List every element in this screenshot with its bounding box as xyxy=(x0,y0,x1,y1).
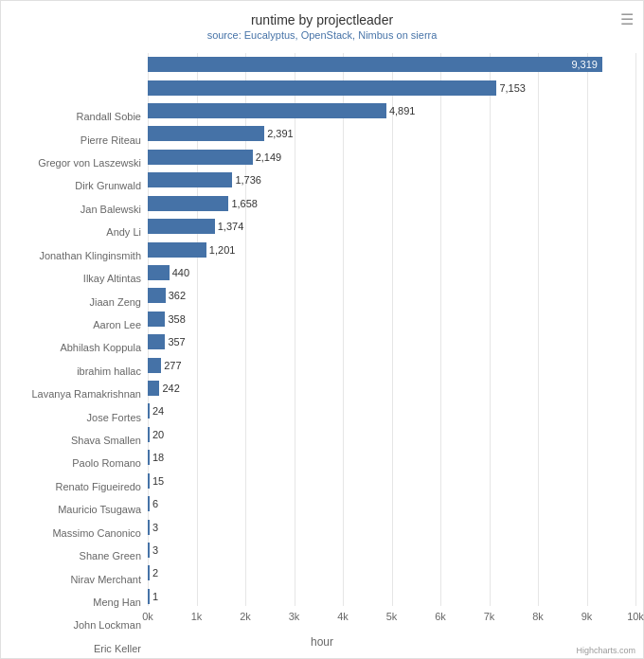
x-axis-label: 6k xyxy=(435,611,446,622)
x-axis-label: 8k xyxy=(532,611,544,622)
bar-row: 357 xyxy=(148,333,634,350)
bar-value-label: 15 xyxy=(152,475,164,487)
x-axis-label: 2k xyxy=(240,611,251,622)
bar-row: 440 xyxy=(148,264,634,281)
y-label: John Lockman xyxy=(73,620,141,631)
bar: 7,153 xyxy=(148,80,496,96)
bar-value-label: 362 xyxy=(169,290,186,301)
y-label: Jose Fortes xyxy=(87,412,141,422)
x-axis-label: 9k xyxy=(581,611,593,622)
x-axis-labels: 0k1k2k3k4k5k6k7k8k9k10k xyxy=(148,611,634,630)
bar-row: 18 xyxy=(148,449,634,466)
bar-row: 362 xyxy=(148,287,634,304)
y-label: Lavanya Ramakrishnan xyxy=(31,389,141,400)
bar: 2,149 xyxy=(148,150,253,165)
bar: 18 xyxy=(148,450,150,465)
y-label: Randall Sobie xyxy=(77,112,142,122)
chart-subtitle: source: Eucalyptus, OpenStack, Nimbus on… xyxy=(1,29,643,41)
bar-value-label: 4,891 xyxy=(389,105,416,116)
y-labels-area: Randall SobiePierre RiteauGregor von Las… xyxy=(6,53,146,606)
bar-row: 1 xyxy=(148,588,634,605)
y-label: Jiaan Zeng xyxy=(90,296,141,307)
x-axis-title: hour xyxy=(1,635,643,649)
bar: 242 xyxy=(148,381,159,396)
x-axis-label: 0k xyxy=(142,611,153,622)
bar: 362 xyxy=(148,288,166,303)
bar-row: 1,736 xyxy=(148,171,634,188)
y-label: Mauricio Tsugawa xyxy=(58,505,141,515)
bar: 1 xyxy=(148,589,150,604)
bar-row: 277 xyxy=(148,356,634,373)
bar-row: 20 xyxy=(148,426,634,443)
bar-value-label: 3 xyxy=(152,544,158,556)
y-label: Jonathan Klinginsmith xyxy=(39,250,141,260)
y-label: Massimo Canonico xyxy=(52,527,141,538)
bar-value-label: 18 xyxy=(152,452,164,463)
y-label: Paolo Romano xyxy=(72,458,141,469)
bar: 3 xyxy=(148,520,150,535)
bar-value-label: 2,149 xyxy=(256,151,282,163)
bar-value-label: 1,658 xyxy=(231,198,258,209)
x-axis-label: 4k xyxy=(337,611,349,622)
chart-container: runtime by projectleader source: Eucalyp… xyxy=(0,0,644,659)
x-axis-label: 10k xyxy=(627,611,644,622)
y-label: ibrahim hallac xyxy=(77,365,141,376)
menu-icon[interactable]: ☰ xyxy=(620,10,634,28)
bar-row: 24 xyxy=(148,402,634,419)
bar-row: 6 xyxy=(148,495,634,512)
bar: 15 xyxy=(148,473,150,489)
bar-row: 3 xyxy=(148,542,634,559)
bar-value-label: 24 xyxy=(152,405,164,417)
bar-value-label: 20 xyxy=(152,429,164,440)
bar-row: 9,319 xyxy=(148,56,634,73)
bar: 9,319 xyxy=(148,57,602,72)
bar-value-label: 3 xyxy=(152,522,158,533)
y-label: Shane Green xyxy=(80,551,141,561)
x-axis-label: 7k xyxy=(484,611,495,622)
bar-row: 358 xyxy=(148,311,634,328)
bar-value-label: 1,201 xyxy=(209,244,236,256)
y-label: Dirk Grunwald xyxy=(75,181,141,191)
bar: 357 xyxy=(148,334,165,349)
grid-line xyxy=(635,53,636,606)
bar-row: 3 xyxy=(148,518,634,535)
bar-value-label: 277 xyxy=(164,360,181,371)
bar: 1,201 xyxy=(148,242,206,258)
bar-value-label: 7,153 xyxy=(499,82,526,94)
x-axis-label: 5k xyxy=(386,611,398,622)
bar: 24 xyxy=(148,403,150,419)
bar: 1,658 xyxy=(148,196,228,211)
y-label: Ilkay Altintas xyxy=(83,274,141,284)
y-label: Renato Figueiredo xyxy=(55,481,141,491)
bar: 20 xyxy=(148,427,150,442)
bar: 6 xyxy=(148,496,150,511)
x-axis-label: 1k xyxy=(191,611,203,622)
bar-value-label: 2 xyxy=(152,567,158,579)
bar-value-label: 1,374 xyxy=(218,221,244,232)
bar-value-label: 1,736 xyxy=(235,174,261,186)
bar-value-label: 242 xyxy=(162,383,179,394)
bar-row: 7,153 xyxy=(148,79,634,96)
y-label: Nirav Merchant xyxy=(70,574,141,584)
bar-row: 242 xyxy=(148,380,634,397)
bar-row: 2,149 xyxy=(148,149,634,166)
bar-value-label: 440 xyxy=(172,267,189,278)
y-label: Gregor von Laszewski xyxy=(38,158,141,169)
bar: 4,891 xyxy=(148,103,386,118)
bar-row: 1,201 xyxy=(148,240,634,258)
bar-value-label: 1 xyxy=(152,591,158,602)
y-label: Jan Balewski xyxy=(80,204,141,214)
bar-value-label: 6 xyxy=(152,498,158,509)
bar-row: 15 xyxy=(148,472,634,490)
y-label: Meng Han xyxy=(93,597,141,607)
bar-row: 2,391 xyxy=(148,125,634,142)
bar-row: 2 xyxy=(148,564,634,581)
bar-value-label: 358 xyxy=(168,313,185,325)
x-axis-label: 3k xyxy=(289,611,300,622)
bar-row: 4,891 xyxy=(148,102,634,119)
bar: 1,374 xyxy=(148,219,215,234)
y-label: Shava Smallen xyxy=(71,436,141,446)
y-label: Aaron Lee xyxy=(93,319,141,330)
chart-area: 9,3197,1534,8912,3912,1491,7361,6581,374… xyxy=(148,53,634,606)
bar-row: 1,658 xyxy=(148,195,634,212)
